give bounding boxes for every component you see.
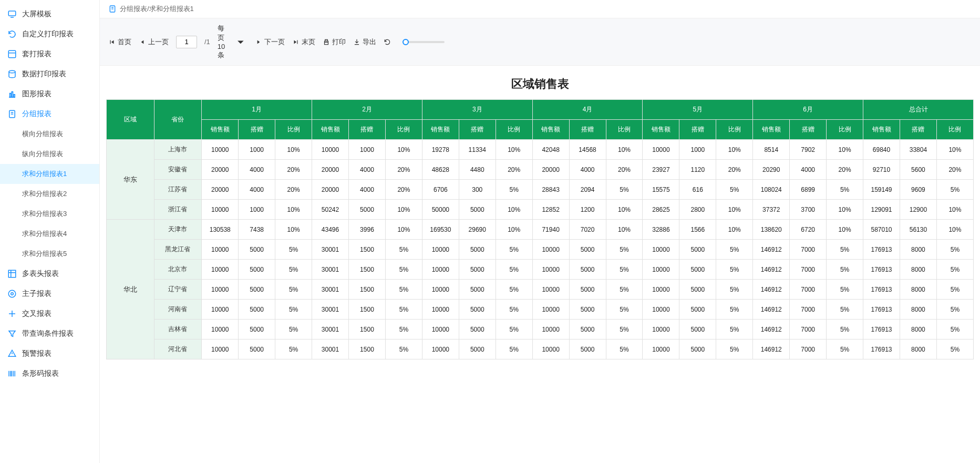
cell-value: 10%	[606, 200, 643, 220]
cell-value: 5%	[275, 240, 312, 260]
sidebar-item-label: 数据打印报表	[22, 69, 66, 79]
cell-value: 10000	[532, 300, 569, 320]
th-month: 6月	[753, 100, 863, 120]
page-total: /1	[204, 38, 210, 46]
next-page-button[interactable]: 下一页	[255, 37, 285, 47]
export-icon	[353, 38, 360, 46]
cell-value: 1120	[679, 160, 716, 180]
sidebar-item[interactable]: 预警报表	[0, 344, 99, 364]
th-metric: 比例	[275, 120, 312, 140]
export-button[interactable]: 导出	[353, 37, 376, 47]
table-row: 华北天津市130538743810%43496399610%1695302969…	[107, 220, 974, 240]
table-row: 安徽省20000400020%20000400020%48628448020%2…	[107, 160, 974, 180]
cell-value: 5000	[459, 300, 496, 320]
cell-value: 176913	[863, 339, 900, 359]
cell-value: 176913	[863, 260, 900, 280]
sidebar-item-label: 预警报表	[22, 349, 51, 358]
cell-value: 5000	[569, 300, 606, 320]
last-page-button[interactable]: 末页	[292, 37, 315, 47]
cell-value: 29690	[459, 220, 496, 240]
prev-label: 上一页	[148, 37, 169, 47]
cell-value: 5%	[496, 300, 532, 320]
svg-point-16	[11, 293, 14, 295]
cell-value: 15575	[643, 180, 679, 200]
sidebar-item[interactable]: 图形报表	[0, 84, 99, 104]
zoom-slider[interactable]	[403, 41, 445, 43]
cell-value: 7438	[239, 220, 275, 240]
cell-value: 5%	[936, 240, 973, 260]
cell-value: 4000	[349, 160, 386, 180]
page-input[interactable]	[176, 36, 197, 48]
sidebar-subitem[interactable]: 求和分组报表2	[0, 184, 99, 204]
th-metric: 销售额	[202, 120, 239, 140]
cell-value: 10%	[827, 220, 863, 240]
sidebar-item[interactable]: 大屏模板	[0, 4, 99, 24]
sidebar-item[interactable]: 条形码报表	[0, 364, 99, 384]
first-page-button[interactable]: 首页	[108, 37, 131, 47]
cell-value: 43496	[312, 220, 349, 240]
th-metric: 比例	[496, 120, 532, 140]
cell-value: 10000	[202, 240, 239, 260]
th-month: 4月	[532, 100, 643, 120]
cell-value: 5%	[716, 240, 753, 260]
sidebar-subitem[interactable]: 求和分组报表3	[0, 204, 99, 224]
per-page-select[interactable]: 每页10条	[218, 24, 247, 60]
sidebar-item[interactable]: 数据打印报表	[0, 64, 99, 84]
cell-value: 5%	[606, 339, 643, 359]
th-month: 总合计	[863, 100, 974, 120]
sidebar-item[interactable]: 主子报表	[0, 284, 99, 304]
report-table: 区域省份1月2月3月4月5月6月总合计销售额搭赠比例销售额搭赠比例销售额搭赠比例…	[106, 99, 974, 359]
cell-value: 30001	[312, 260, 349, 280]
cell-value: 5%	[275, 260, 312, 280]
cell-value: 1000	[239, 140, 275, 160]
print-button[interactable]: 打印	[323, 37, 346, 47]
zoom-reset-button[interactable]	[384, 38, 391, 46]
cell-value: 616	[679, 180, 716, 200]
cell-value: 28843	[532, 180, 569, 200]
cell-value: 4000	[239, 160, 275, 180]
doc-icon	[7, 109, 17, 119]
cell-value: 20%	[275, 160, 312, 180]
cell-value: 10000	[532, 320, 569, 339]
cell-value: 10%	[936, 140, 973, 160]
cell-value: 33804	[900, 140, 936, 160]
report-area: 区域销售表 区域省份1月2月3月4月5月6月总合计销售额搭赠比例销售额搭赠比例销…	[100, 66, 980, 463]
sidebar-item[interactable]: 分组报表	[0, 104, 99, 124]
sidebar-subitem[interactable]: 求和分组报表4	[0, 224, 99, 244]
th-metric: 搭赠	[349, 120, 386, 140]
sidebar-subitem[interactable]: 求和分组报表1	[0, 164, 99, 184]
sidebar-item[interactable]: 交叉报表	[0, 304, 99, 324]
table-row: 华东上海市10000100010%10000100010%19278113341…	[107, 140, 974, 160]
cell-value: 1500	[349, 320, 386, 339]
sidebar-item[interactable]: 多表头报表	[0, 264, 99, 284]
cell-value: 5%	[496, 339, 532, 359]
sidebar-subitem[interactable]: 求和分组报表5	[0, 244, 99, 264]
th-metric: 搭赠	[790, 120, 827, 140]
cell-value: 20290	[753, 160, 790, 180]
sidebar-item[interactable]: 自定义打印报表	[0, 24, 99, 44]
cell-value: 10000	[643, 240, 679, 260]
sidebar: 大屏模板自定义打印报表套打报表数据打印报表图形报表分组报表横向分组报表纵向分组报…	[0, 0, 100, 463]
cell-value: 5000	[239, 300, 275, 320]
sidebar-item[interactable]: 套打报表	[0, 44, 99, 64]
cell-value: 10000	[643, 320, 679, 339]
toolbar: 首页 上一页 /1 每页10条 下一页 末页 打印	[100, 18, 980, 66]
breadcrumb: 分组报表/求和分组报表1	[100, 0, 980, 18]
per-page-label: 每页10条	[218, 24, 231, 60]
cell-value: 7000	[790, 320, 827, 339]
cell-value: 10000	[202, 200, 239, 220]
prev-page-button[interactable]: 上一页	[139, 37, 169, 47]
sidebar-item-label: 条形码报表	[22, 369, 59, 378]
cell-value: 20%	[385, 160, 422, 180]
cell-value: 300	[459, 180, 496, 200]
cell-value: 20%	[936, 160, 973, 180]
db-icon	[7, 69, 17, 79]
sidebar-item[interactable]: 带查询条件报表	[0, 324, 99, 344]
cell-value: 5000	[679, 280, 716, 300]
sidebar-subitem[interactable]: 横向分组报表	[0, 124, 99, 144]
cell-value: 10%	[385, 220, 422, 240]
cell-value: 10000	[202, 339, 239, 359]
print-icon	[323, 38, 330, 46]
cell-value: 10000	[532, 339, 569, 359]
sidebar-subitem[interactable]: 纵向分组报表	[0, 144, 99, 164]
